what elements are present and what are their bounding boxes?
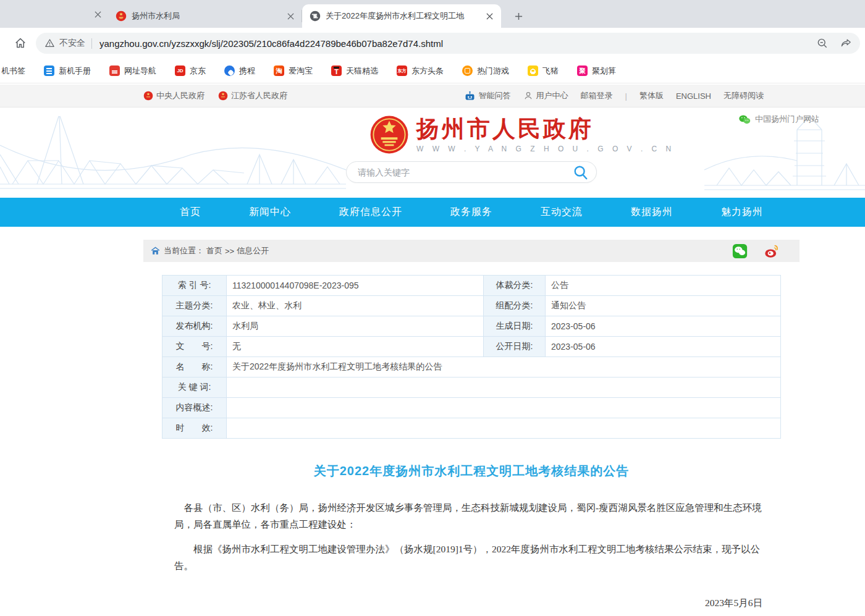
smart-qa-link[interactable]: 智能问答 [464,90,511,101]
browser-toolbar: 不安全 yangzhou.gov.cn/yzszxxgk/slj/202305/… [0,28,865,59]
emblem-icon [143,91,153,101]
bookmark-item[interactable]: 机书签 [1,65,25,77]
table-row: 时 效: [162,418,780,439]
nav-item-interaction[interactable]: 互动交流 [541,206,583,219]
url-text: yangzhou.gov.cn/yzszxxgk/slj/202305/210c… [99,38,810,49]
tab-title: 关于2022年度扬州市水利工程文明工地 [326,11,479,22]
bookmark-icon [109,65,120,76]
tab-close-offscreen[interactable] [91,8,104,20]
zoom-out-icon [816,37,829,49]
link-jiangsu-government[interactable]: 江苏省人民政府 [218,90,287,101]
breadcrumb-home-link[interactable]: 首页 [206,245,222,256]
zoom-out-button[interactable] [816,37,829,49]
english-version-link[interactable]: ENGLISH [676,91,711,101]
bookmark-item[interactable]: 聚聚划算 [577,65,616,77]
meta-label: 时 效: [162,418,227,438]
bookmark-item[interactable]: T天猫精选 [331,65,378,77]
emblem-icon [218,91,228,101]
national-emblem-icon [369,115,409,154]
bookmark-item[interactable]: 飞猪 [528,65,559,77]
nav-item-info-disclosure[interactable]: 政府信息公开 [339,206,402,219]
tab-yangzhou-water-bureau[interactable]: 扬州市水利局 [108,4,302,28]
share-weibo-button[interactable] [764,243,780,259]
meta-value-topic: 农业、林业、水利 [227,296,484,316]
table-row: 内容概述: [162,398,780,418]
bookmark-icon [528,65,538,76]
bookmark-item[interactable]: 淘爱淘宝 [274,65,313,77]
close-icon [486,13,493,20]
tab-article-active[interactable]: 关于2022年度扬州市水利工程文明工地 [302,4,501,28]
content-area: 当前位置： 首页 >> 信息公开 索 引 号: 1132100001440709… [143,240,800,616]
emblem-favicon-icon [116,11,127,22]
plus-icon [515,12,523,20]
not-secure-warning-icon [44,38,55,48]
bookmark-item[interactable]: 东方东方头条 [397,65,444,77]
table-row: 发布机构: 水利局 生成日期: 2023-05-06 [162,316,780,337]
bookmark-icon [44,65,54,76]
table-row: 文 号: 无 公开日期: 2023-05-06 [162,337,780,357]
nav-item-services[interactable]: 政务服务 [450,206,492,219]
bookmark-icon: T [331,65,342,76]
link-central-government[interactable]: 中央人民政府 [143,90,205,101]
breadcrumb-current: 信息公开 [237,245,269,256]
new-tab-button[interactable] [510,7,527,25]
nav-item-news[interactable]: 新闻中心 [249,206,291,219]
table-row: 名 称: 关于2022年度扬州市水利工程文明工地考核结果的公告 [162,357,780,378]
article-paragraph: 根据《扬州市水利工程文明工地建设管理办法》（扬水规[2019]1号），2022年… [174,541,769,574]
gov-top-bar: 中央人民政府 江苏省人民政府 智能问答 用户中心 邮箱登录 | 繁体版 ENGL… [0,85,865,108]
meta-value-genre: 公告 [546,276,780,295]
mail-login-link[interactable]: 邮箱登录 [581,90,613,101]
meta-value-publish-date: 2023-05-06 [546,337,780,357]
portal-link[interactable]: 中国扬州门户网站 [738,114,819,125]
meta-value-index-number: 11321000014407098E-2023-095 [227,276,484,295]
search-button[interactable] [573,164,589,180]
tab-close-button[interactable] [484,11,495,22]
bookmark-item[interactable]: 携程 [224,65,255,77]
search-input[interactable] [358,167,573,177]
address-bar[interactable]: 不安全 yangzhou.gov.cn/yzszxxgk/slj/202305/… [36,33,860,54]
site-logo[interactable]: 扬州市人民政府 W W W . Y A N G Z H O U . G O V … [369,115,675,154]
meta-label: 组配分类: [484,296,546,316]
user-icon [523,91,533,101]
divider: | [625,91,627,101]
nav-item-data[interactable]: 数据扬州 [631,206,673,219]
nav-item-charm[interactable]: 魅力扬州 [721,206,763,219]
meta-label: 生成日期: [484,316,546,336]
table-row: 关 键 词: [162,378,780,398]
wechat-icon [732,243,748,259]
home-button[interactable] [10,33,31,54]
meta-value-validity [227,418,780,438]
document-meta-table: 索 引 号: 11321000014407098E-2023-095 体裁分类:… [162,275,781,439]
site-header: 中国扬州门户网站 扬州市人民政府 W W W . Y A N G Z H O U… [0,108,865,198]
meta-value-keywords [227,378,780,397]
search-icon [573,164,589,180]
bookmark-icon: JD [175,65,185,76]
tab-close-button[interactable] [285,11,296,22]
meta-label: 主题分类: [162,296,227,316]
share-wechat-button[interactable] [732,243,748,259]
bookmark-item[interactable]: 热门游戏 [462,65,509,77]
article-title: 关于2022年度扬州市水利工程文明工地考核结果的公告 [174,463,769,479]
divider [91,38,92,49]
meta-label: 体裁分类: [484,276,546,295]
share-button[interactable] [840,37,853,49]
meta-label: 名 称: [162,357,227,377]
table-row: 主题分类: 农业、林业、水利 组配分类: 通知公告 [162,296,780,316]
wechat-icon [738,114,751,125]
meta-label: 公开日期: [484,337,546,357]
bookmark-icon: 东方 [397,65,407,76]
bookmark-item[interactable]: 新机手册 [44,65,91,77]
weibo-icon [764,243,780,259]
traditional-version-link[interactable]: 繁体版 [639,90,664,101]
article-paragraph: 各县（市、区）水利（务）局，扬州经济开发区城乡事务管理局，生态科技新城规划建设局… [174,499,769,533]
table-row: 索 引 号: 11321000014407098E-2023-095 体裁分类:… [162,276,780,296]
bookmark-item[interactable]: JD京东 [175,65,206,77]
meta-value-issuer: 水利局 [227,316,484,336]
bookmark-item[interactable]: 网址导航 [109,65,156,77]
user-center-link[interactable]: 用户中心 [523,90,568,101]
nav-item-home[interactable]: 首页 [180,206,201,219]
bookmark-icon: 聚 [577,65,588,76]
browser-window: 扬州市水利局 关于2022年度扬州市水利工程文明工地 不安全 yangz [0,0,865,83]
accessibility-link[interactable]: 无障碍阅读 [724,90,764,101]
bookmark-icon: 淘 [274,65,284,76]
